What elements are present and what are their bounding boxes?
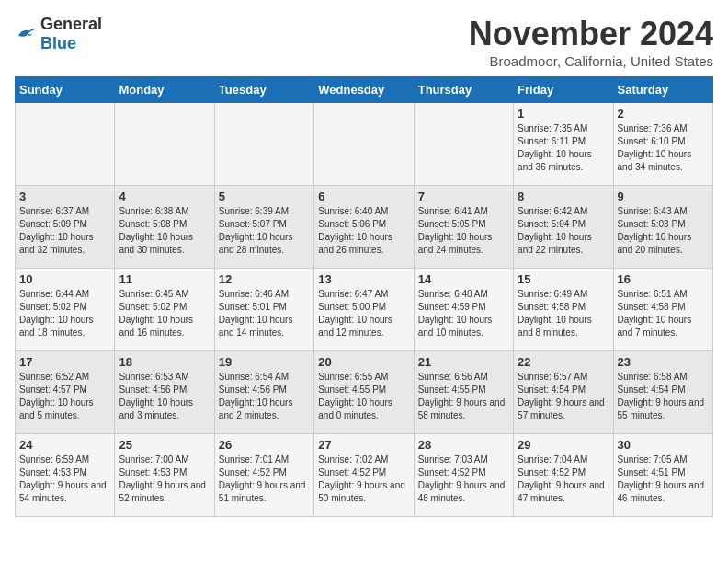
day-number: 5 [219,190,310,203]
day-content: Sunrise: 7:35 AM Sunset: 6:11 PM Dayligh… [518,122,609,174]
day-number: 8 [518,190,609,203]
day-number: 29 [518,438,609,452]
logo: General Blue [15,15,102,53]
day-number: 12 [219,272,310,286]
location-subtitle: Broadmoor, California, United States [469,53,713,69]
week-row-5: 24Sunrise: 6:59 AM Sunset: 4:53 PM Dayli… [16,434,713,517]
day-cell: 14Sunrise: 6:48 AM Sunset: 4:59 PM Dayli… [414,269,513,351]
day-cell: 9Sunrise: 6:43 AM Sunset: 5:03 PM Daylig… [613,186,712,269]
day-content: Sunrise: 6:40 AM Sunset: 5:06 PM Dayligh… [318,205,409,257]
day-number: 4 [119,190,210,203]
day-content: Sunrise: 6:57 AM Sunset: 4:54 PM Dayligh… [518,371,609,422]
day-number: 6 [318,190,409,203]
day-content: Sunrise: 7:05 AM Sunset: 4:51 PM Dayligh… [618,454,709,505]
day-cell: 29Sunrise: 7:04 AM Sunset: 4:52 PM Dayli… [514,434,613,517]
day-number: 26 [219,438,310,452]
week-row-2: 3Sunrise: 6:37 AM Sunset: 5:09 PM Daylig… [16,186,713,269]
week-row-1: 1Sunrise: 7:35 AM Sunset: 6:11 PM Daylig… [16,103,713,186]
day-content: Sunrise: 7:02 AM Sunset: 4:52 PM Dayligh… [318,454,409,505]
day-cell: 30Sunrise: 7:05 AM Sunset: 4:51 PM Dayli… [613,434,712,517]
day-cell: 25Sunrise: 7:00 AM Sunset: 4:53 PM Dayli… [115,434,214,517]
day-cell: 24Sunrise: 6:59 AM Sunset: 4:53 PM Dayli… [16,434,115,517]
day-number: 2 [618,107,709,121]
day-content: Sunrise: 7:01 AM Sunset: 4:52 PM Dayligh… [219,454,310,505]
day-number: 1 [518,107,609,121]
page-header: General Blue November 2024 Broadmoor, Ca… [15,15,713,69]
header-cell-monday: Monday [115,77,214,103]
day-content: Sunrise: 6:45 AM Sunset: 5:02 PM Dayligh… [119,288,210,339]
logo-general: General [40,15,102,33]
day-content: Sunrise: 7:04 AM Sunset: 4:52 PM Dayligh… [518,454,609,505]
calendar-header: SundayMondayTuesdayWednesdayThursdayFrid… [16,77,713,103]
day-content: Sunrise: 6:56 AM Sunset: 4:55 PM Dayligh… [418,371,509,422]
day-cell: 8Sunrise: 6:42 AM Sunset: 5:04 PM Daylig… [514,186,613,269]
day-cell: 11Sunrise: 6:45 AM Sunset: 5:02 PM Dayli… [115,269,214,351]
day-number: 7 [418,190,509,203]
day-content: Sunrise: 6:37 AM Sunset: 5:09 PM Dayligh… [19,205,110,257]
day-number: 19 [219,355,310,369]
week-row-4: 17Sunrise: 6:52 AM Sunset: 4:57 PM Dayli… [16,351,713,434]
day-number: 27 [318,438,409,452]
logo-icon [15,25,37,43]
day-content: Sunrise: 6:55 AM Sunset: 4:55 PM Dayligh… [318,371,409,422]
day-cell: 26Sunrise: 7:01 AM Sunset: 4:52 PM Dayli… [214,434,313,517]
day-cell: 16Sunrise: 6:51 AM Sunset: 4:58 PM Dayli… [613,269,712,351]
day-number: 30 [618,438,709,452]
day-cell: 13Sunrise: 6:47 AM Sunset: 5:00 PM Dayli… [314,269,414,351]
day-content: Sunrise: 7:03 AM Sunset: 4:52 PM Dayligh… [418,454,509,505]
day-content: Sunrise: 7:00 AM Sunset: 4:53 PM Dayligh… [119,454,210,505]
day-content: Sunrise: 6:49 AM Sunset: 4:58 PM Dayligh… [518,288,609,339]
day-cell [214,103,313,186]
day-cell: 28Sunrise: 7:03 AM Sunset: 4:52 PM Dayli… [414,434,513,517]
day-content: Sunrise: 6:42 AM Sunset: 5:04 PM Dayligh… [518,205,609,257]
day-cell: 20Sunrise: 6:55 AM Sunset: 4:55 PM Dayli… [314,351,414,434]
day-content: Sunrise: 7:36 AM Sunset: 6:10 PM Dayligh… [618,122,709,174]
header-cell-saturday: Saturday [613,77,712,103]
day-content: Sunrise: 6:53 AM Sunset: 4:56 PM Dayligh… [119,371,210,422]
month-title: November 2024 [469,15,713,53]
day-cell: 10Sunrise: 6:44 AM Sunset: 5:02 PM Dayli… [16,269,115,351]
logo-blue: Blue [40,34,76,52]
day-number: 20 [318,355,409,369]
day-content: Sunrise: 6:51 AM Sunset: 4:58 PM Dayligh… [618,288,709,339]
day-number: 23 [618,355,709,369]
day-cell: 15Sunrise: 6:49 AM Sunset: 4:58 PM Dayli… [514,269,613,351]
day-number: 21 [418,355,509,369]
day-cell: 22Sunrise: 6:57 AM Sunset: 4:54 PM Dayli… [514,351,613,434]
day-cell: 19Sunrise: 6:54 AM Sunset: 4:56 PM Dayli… [214,351,313,434]
day-cell: 2Sunrise: 7:36 AM Sunset: 6:10 PM Daylig… [613,103,712,186]
day-cell: 27Sunrise: 7:02 AM Sunset: 4:52 PM Dayli… [314,434,414,517]
day-content: Sunrise: 6:52 AM Sunset: 4:57 PM Dayligh… [19,371,110,422]
day-cell [414,103,513,186]
day-content: Sunrise: 6:44 AM Sunset: 5:02 PM Dayligh… [19,288,110,339]
day-content: Sunrise: 6:39 AM Sunset: 5:07 PM Dayligh… [219,205,310,257]
calendar-body: 1Sunrise: 7:35 AM Sunset: 6:11 PM Daylig… [16,103,713,517]
header-cell-friday: Friday [514,77,613,103]
calendar-table: SundayMondayTuesdayWednesdayThursdayFrid… [15,76,713,517]
day-cell: 1Sunrise: 7:35 AM Sunset: 6:11 PM Daylig… [514,103,613,186]
day-cell: 18Sunrise: 6:53 AM Sunset: 4:56 PM Dayli… [115,351,214,434]
day-content: Sunrise: 6:38 AM Sunset: 5:08 PM Dayligh… [119,205,210,257]
day-content: Sunrise: 6:54 AM Sunset: 4:56 PM Dayligh… [219,371,310,422]
day-content: Sunrise: 6:46 AM Sunset: 5:01 PM Dayligh… [219,288,310,339]
day-number: 14 [418,272,509,286]
week-row-3: 10Sunrise: 6:44 AM Sunset: 5:02 PM Dayli… [16,269,713,351]
day-cell: 4Sunrise: 6:38 AM Sunset: 5:08 PM Daylig… [115,186,214,269]
day-number: 17 [19,355,110,369]
header-cell-sunday: Sunday [16,77,115,103]
day-cell [115,103,214,186]
day-cell: 3Sunrise: 6:37 AM Sunset: 5:09 PM Daylig… [16,186,115,269]
day-cell: 7Sunrise: 6:41 AM Sunset: 5:05 PM Daylig… [414,186,513,269]
header-cell-wednesday: Wednesday [314,77,414,103]
header-cell-thursday: Thursday [414,77,513,103]
day-number: 15 [518,272,609,286]
title-block: November 2024 Broadmoor, California, Uni… [469,15,713,69]
header-row: SundayMondayTuesdayWednesdayThursdayFrid… [16,77,713,103]
header-cell-tuesday: Tuesday [214,77,313,103]
day-number: 3 [19,190,110,203]
logo-text: General Blue [40,15,102,53]
day-number: 18 [119,355,210,369]
day-number: 25 [119,438,210,452]
day-content: Sunrise: 6:41 AM Sunset: 5:05 PM Dayligh… [418,205,509,257]
day-content: Sunrise: 6:47 AM Sunset: 5:00 PM Dayligh… [318,288,409,339]
